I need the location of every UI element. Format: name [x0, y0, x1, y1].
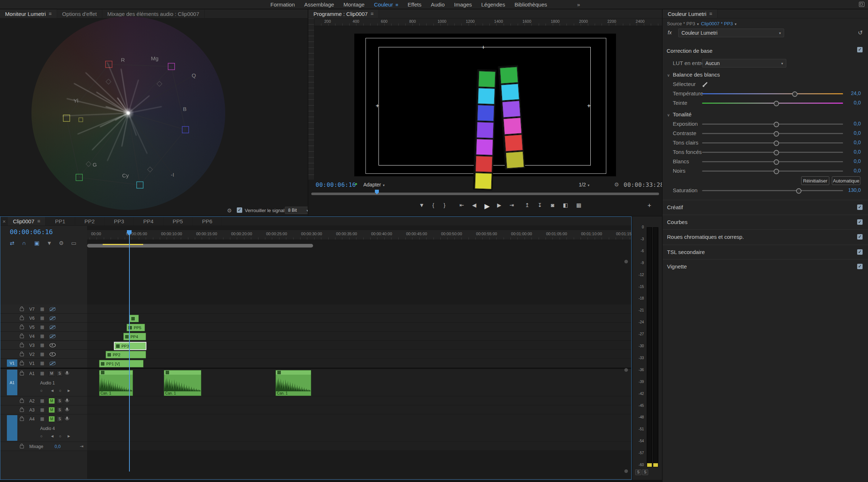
- contraste-value[interactable]: 0,0: [842, 130, 861, 136]
- sync-lock-icon[interactable]: ▦: [40, 361, 44, 365]
- track-header-v1[interactable]: V1V1▦: [0, 359, 87, 368]
- solo-button[interactable]: S: [56, 416, 63, 422]
- lock-icon[interactable]: [20, 418, 24, 421]
- blancs-slider-handle[interactable]: [774, 159, 779, 165]
- section-balance-des-blancs[interactable]: ∨Balance des blancs: [667, 72, 720, 78]
- track-lane-v1[interactable]: [87, 359, 632, 368]
- courbes-checkbox[interactable]: ✓: [857, 219, 863, 225]
- panel-menu-icon[interactable]: ≡: [49, 11, 52, 17]
- mute-button[interactable]: M: [48, 370, 55, 376]
- sync-lock-icon[interactable]: ▦: [40, 417, 44, 421]
- track-header-a1[interactable]: A1A1▦MSAudio 1○◀○▶: [0, 369, 87, 396]
- menubar-item-assemblage[interactable]: Assemblage: [300, 1, 339, 8]
- mute-button[interactable]: M: [48, 398, 55, 404]
- reset-button[interactable]: Réinitialiser: [801, 176, 829, 185]
- track-header-v4[interactable]: V4▦: [0, 332, 87, 341]
- add-marker-icon[interactable]: ▼: [47, 240, 52, 246]
- vignette-checkbox[interactable]: ✓: [857, 264, 863, 269]
- tons-clairs-slider-handle[interactable]: [774, 141, 779, 146]
- track-header-a4[interactable]: A4▦MSAudio 4○◀○▶: [0, 414, 87, 442]
- sync-lock-icon[interactable]: ▦: [40, 352, 44, 356]
- solo-right-button[interactable]: S: [642, 469, 648, 475]
- lock-icon[interactable]: [20, 317, 24, 320]
- zoom-level-dropdown[interactable]: 1/2▾: [579, 182, 590, 188]
- clip-selector[interactable]: Clip0007 * PP3▾: [701, 21, 736, 26]
- tab-pp1[interactable]: PP1: [46, 217, 75, 225]
- step-forward-button[interactable]: ▶: [497, 202, 501, 208]
- lock-icon[interactable]: [20, 353, 24, 356]
- next-keyframe-icon[interactable]: ▶: [68, 389, 70, 392]
- tab-moniteur-lumetri[interactable]: Moniteur Lumetri≡: [0, 9, 57, 18]
- lift-button[interactable]: ↥: [525, 202, 530, 208]
- mark-in-button[interactable]: {: [432, 202, 434, 208]
- temperature-slider-handle[interactable]: [792, 91, 798, 97]
- track-header-v2[interactable]: V2▦: [0, 350, 87, 359]
- mixage-value[interactable]: 0,0: [55, 444, 61, 449]
- mute-button[interactable]: M: [48, 416, 55, 422]
- panel-close-icon[interactable]: ×: [0, 218, 8, 224]
- pan-knob-icon[interactable]: ○: [40, 388, 43, 393]
- track-lane-a2[interactable]: [87, 396, 632, 405]
- noirs-value[interactable]: 0,0: [842, 168, 861, 173]
- track-header-a3[interactable]: A3▦MS: [0, 405, 87, 414]
- button-editor-grid-button[interactable]: ▦: [576, 202, 581, 208]
- sync-lock-icon[interactable]: ▦: [40, 343, 44, 347]
- lock-icon[interactable]: [20, 362, 24, 365]
- auto-button[interactable]: Automatique: [832, 176, 860, 185]
- section-vignette[interactable]: Vignette✓: [663, 259, 868, 274]
- track-lane-v7[interactable]: [87, 305, 632, 314]
- panel-menu-icon[interactable]: ≡: [371, 11, 373, 17]
- track-header-v3[interactable]: V3▦: [0, 341, 87, 350]
- menubar-item-legendes[interactable]: Légendes: [476, 1, 510, 8]
- track-output-eye-icon[interactable]: [50, 343, 56, 347]
- track-lane-a4[interactable]: [87, 414, 632, 442]
- program-timecode[interactable]: 00:00:06:16: [316, 181, 356, 188]
- tab-pp6[interactable]: PP6: [193, 217, 222, 225]
- timeline-timecode[interactable]: 00:00:06:16: [10, 228, 53, 236]
- blancs-value[interactable]: 0,0: [842, 158, 861, 164]
- track-header-v6[interactable]: V6▦: [0, 314, 87, 323]
- scrollbar-dot-mid[interactable]: [624, 368, 628, 372]
- solo-button[interactable]: S: [56, 407, 63, 413]
- track-header-a2[interactable]: A2▦MS: [0, 396, 87, 405]
- effect-reset-icon[interactable]: ↺: [858, 29, 863, 36]
- go-to-in-button[interactable]: ⇤: [459, 202, 464, 208]
- export-frame-button[interactable]: ◙: [551, 202, 554, 208]
- play-button[interactable]: ▶: [484, 202, 490, 210]
- mixage-keyframe-icon[interactable]: ⇥: [80, 444, 84, 449]
- track-output-eye-icon[interactable]: [50, 361, 56, 365]
- track-output-eye-icon[interactable]: [50, 325, 56, 329]
- playhead-line[interactable]: [129, 234, 130, 472]
- fit-mode-dropdown[interactable]: Adapter▾: [363, 182, 385, 188]
- tint-slider-handle[interactable]: [774, 101, 779, 106]
- voiceover-mic-icon[interactable]: [66, 371, 68, 374]
- tab-pp4[interactable]: PP4: [134, 217, 163, 225]
- add-marker-button[interactable]: ▼: [419, 202, 424, 208]
- track-header-v5[interactable]: V5▦: [0, 323, 87, 332]
- section-tonalite[interactable]: ∨Tonalité: [667, 111, 692, 117]
- step-back-button[interactable]: ◀: [472, 202, 476, 208]
- track-output-eye-icon[interactable]: [50, 334, 56, 338]
- comparison-view-button[interactable]: ◧: [563, 202, 568, 208]
- tons-fonces-slider-handle[interactable]: [774, 150, 779, 155]
- track-output-eye-icon[interactable]: [50, 352, 56, 356]
- workspace-switcher-icon[interactable]: [859, 2, 864, 7]
- sync-lock-icon[interactable]: ▦: [40, 334, 44, 338]
- video-clip-pp1-v[interactable]: PP1 [V]: [99, 360, 144, 367]
- saturation-slider-handle[interactable]: [796, 188, 801, 194]
- creatif-checkbox[interactable]: ✓: [857, 205, 863, 210]
- saturation-value[interactable]: 130,0: [842, 187, 861, 193]
- program-scrub-bar[interactable]: [311, 193, 659, 195]
- tab-options-d-effet[interactable]: Options d'effet: [57, 9, 102, 18]
- section-creatif[interactable]: Créatif✓: [663, 200, 868, 215]
- exposition-slider-track[interactable]: [702, 124, 843, 125]
- timeline-settings-icon[interactable]: ⚙: [59, 240, 64, 246]
- white-balance-eyedropper-icon[interactable]: [704, 82, 707, 86]
- linked-selection-icon[interactable]: ▣: [34, 240, 39, 246]
- audio-clip[interactable]: Can. 1: [99, 370, 133, 396]
- mark-out-button[interactable]: }: [444, 202, 445, 208]
- next-keyframe-icon[interactable]: ▶: [68, 434, 70, 438]
- menubar-item-montage[interactable]: Montage: [339, 1, 369, 8]
- tsl-secondaire-checkbox[interactable]: ✓: [857, 249, 863, 255]
- contraste-slider-track[interactable]: [702, 133, 843, 134]
